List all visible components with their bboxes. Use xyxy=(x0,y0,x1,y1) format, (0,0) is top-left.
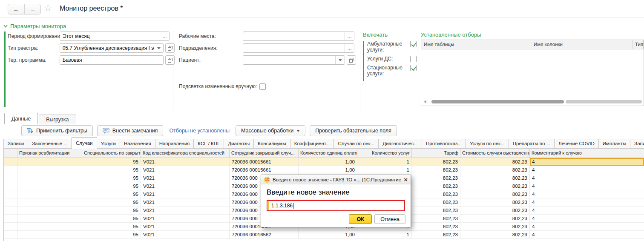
column-header-specialty[interactable]: Специальность по закрытию xyxy=(82,149,141,158)
data-tab-implants[interactable]: Импланты xyxy=(598,139,630,148)
data-tab-referrals[interactable]: Направления xyxy=(155,139,194,148)
column-header-services-count[interactable]: Количество услуг xyxy=(357,149,412,158)
ok-button[interactable]: ОК xyxy=(349,214,372,224)
cell-comment[interactable]: 4 xyxy=(530,207,644,214)
filters-column-comparison-type[interactable]: Тип с xyxy=(632,40,644,49)
table-row[interactable]: 95V021720036 000156611,001802,23802,234 xyxy=(4,158,644,166)
cell-case-cost[interactable]: 802,23 xyxy=(460,215,530,222)
data-tab-drugs[interactable]: Препараты по ... xyxy=(509,139,555,148)
cell-specialty-code[interactable]: V021 xyxy=(141,166,230,174)
dialog-title-bar[interactable]: 1С Введите новое значение - ГАУЗ ТО «...… xyxy=(261,175,411,184)
cell-tariff[interactable]: 802,23 xyxy=(412,166,460,174)
registry-type-dropdown-button[interactable] xyxy=(154,44,163,52)
cell-specialty-code[interactable]: V021 xyxy=(141,174,230,182)
patient-input[interactable] xyxy=(243,55,345,65)
data-tab-covid-treatment[interactable]: Лечение COVID xyxy=(554,139,599,148)
cell-case-cost[interactable]: 802,23 xyxy=(460,207,530,214)
cell-services-count[interactable]: 1 xyxy=(357,166,412,174)
add-remarks-button[interactable]: Внести замечания xyxy=(97,125,164,136)
cell-specialty-code[interactable]: V021 xyxy=(141,207,230,214)
data-tab-diagnoses[interactable]: Диагнозы xyxy=(224,139,254,148)
scroll-left-icon[interactable] xyxy=(424,100,426,103)
data-tab-diagnostic[interactable]: Диагностичес... xyxy=(378,139,422,148)
cell-specialty-code[interactable]: V021 xyxy=(141,182,230,190)
cell-specialty[interactable]: 95 xyxy=(82,198,141,206)
cell-comment[interactable]: 4 xyxy=(530,166,644,174)
scrollbar-thumb[interactable] xyxy=(431,100,564,103)
inpatient-services-checkbox[interactable] xyxy=(410,65,417,71)
back-button[interactable]: ← xyxy=(8,4,25,14)
cell-comment[interactable]: 4 xyxy=(530,231,644,238)
data-tab-consiliums[interactable]: Консилиумы xyxy=(253,139,290,148)
data-tab-oncology-services[interactable]: Услуги по онк... xyxy=(466,139,509,148)
column-header-selector[interactable] xyxy=(4,149,17,158)
cell-employee[interactable]: 720036 00015661 xyxy=(230,158,299,166)
cell-comment[interactable]: 4 xyxy=(530,215,644,222)
cell-comment[interactable]: 4 xyxy=(530,198,644,206)
cell-specialty[interactable]: 95 xyxy=(82,190,141,198)
column-header-employee[interactable]: Сотрудник закрывший случ... xyxy=(230,149,299,158)
cell-rehab-flag[interactable] xyxy=(17,190,82,198)
data-tab-oncology-cases[interactable]: Случаи по онк... xyxy=(334,139,379,148)
forward-button[interactable]: → xyxy=(25,4,41,14)
dialog-close-icon[interactable]: × xyxy=(404,177,408,183)
cell-rehab-flag[interactable] xyxy=(17,182,82,190)
cell-payment-units[interactable]: 1,00 xyxy=(299,158,357,166)
cell-rehab-flag[interactable] xyxy=(17,207,82,214)
data-tab-patient-records[interactable]: Записи пациен... xyxy=(630,139,644,148)
cell-specialty[interactable]: 95 xyxy=(82,231,141,238)
cell-comment[interactable]: 4 xyxy=(530,182,644,190)
cell-tariff[interactable]: 802,23 xyxy=(412,231,460,238)
cell-case-cost[interactable]: 802,23 xyxy=(460,231,530,238)
cell-rehab-flag[interactable] xyxy=(17,223,82,230)
cell-payment-units[interactable]: 1,00 xyxy=(299,166,357,174)
column-header-comment[interactable]: Комментарий к случаю xyxy=(530,149,644,158)
favorite-star-icon[interactable]: ☆ xyxy=(44,3,52,14)
cell-specialty[interactable]: 95 xyxy=(82,215,141,222)
cell-specialty[interactable]: 95 xyxy=(82,182,141,190)
period-input[interactable]: Этот месяц… xyxy=(60,32,170,41)
filters-not-set-link[interactable]: Отборы не установлены xyxy=(169,128,230,134)
data-tab-prescriptions[interactable]: Назначения xyxy=(120,139,155,148)
departments-ellipsis-button[interactable]: … xyxy=(345,44,354,52)
column-header-rehab-flag[interactable]: Признак реабилитации xyxy=(17,149,82,158)
cell-specialty[interactable]: 95 xyxy=(82,207,141,214)
column-header-tariff[interactable]: Тариф xyxy=(412,149,460,158)
patient-dropdown-button[interactable] xyxy=(335,56,345,64)
cell-payment-units[interactable]: 1,00 xyxy=(299,231,357,238)
workplaces-ellipsis-button[interactable]: … xyxy=(345,32,354,40)
dialog-value-input[interactable]: 1.1.3.186 xyxy=(267,200,405,211)
departments-input[interactable]: … xyxy=(243,43,354,53)
ambulatory-services-checkbox[interactable] xyxy=(410,41,417,47)
cell-tariff[interactable]: 802,23 xyxy=(412,207,460,214)
cell-employee[interactable]: 720036 00016562 xyxy=(230,231,299,238)
period-ellipsis-button[interactable]: … xyxy=(160,32,169,40)
filters-column-column-name[interactable]: Имя колонки xyxy=(531,40,632,49)
bulk-operations-button[interactable]: Массовые обработки xyxy=(236,125,305,136)
cell-comment[interactable]: 4 xyxy=(530,174,644,182)
cell-selector[interactable] xyxy=(4,198,17,206)
registry-type-input[interactable]: 05.7 Углубленная диспансеризация I эта xyxy=(60,43,164,53)
cell-tariff[interactable]: 802,23 xyxy=(412,182,460,190)
cell-selector[interactable] xyxy=(4,190,17,198)
cell-specialty-code[interactable]: V021 xyxy=(141,215,230,222)
check-required-button[interactable]: Проверить обязательные поля xyxy=(310,125,397,136)
cell-selector[interactable] xyxy=(4,158,17,166)
cancel-button[interactable]: Отмена xyxy=(374,214,405,224)
cell-specialty-code[interactable]: V021 xyxy=(141,190,230,198)
tab-data[interactable]: Данные xyxy=(4,113,38,124)
cell-tariff[interactable]: 802,23 xyxy=(412,190,460,198)
cell-tariff[interactable]: 802,23 xyxy=(412,215,460,222)
cell-rehab-flag[interactable] xyxy=(17,198,82,206)
cell-specialty[interactable]: 95 xyxy=(82,166,141,174)
cell-specialty-code[interactable]: V021 xyxy=(141,198,230,206)
ds-services-checkbox[interactable] xyxy=(410,56,417,62)
cell-services-count[interactable]: 1 xyxy=(357,231,412,238)
cell-tariff[interactable]: 802,23 xyxy=(412,223,460,230)
apply-filters-button[interactable]: Применить фильтры xyxy=(21,125,93,136)
cell-selector[interactable] xyxy=(4,207,17,214)
data-tab-coefficients[interactable]: Коэффициент... xyxy=(290,139,334,148)
cell-comment[interactable]: 4 xyxy=(530,190,644,198)
patient-open-button[interactable] xyxy=(347,55,356,65)
cell-specialty[interactable]: 95 xyxy=(82,174,141,182)
